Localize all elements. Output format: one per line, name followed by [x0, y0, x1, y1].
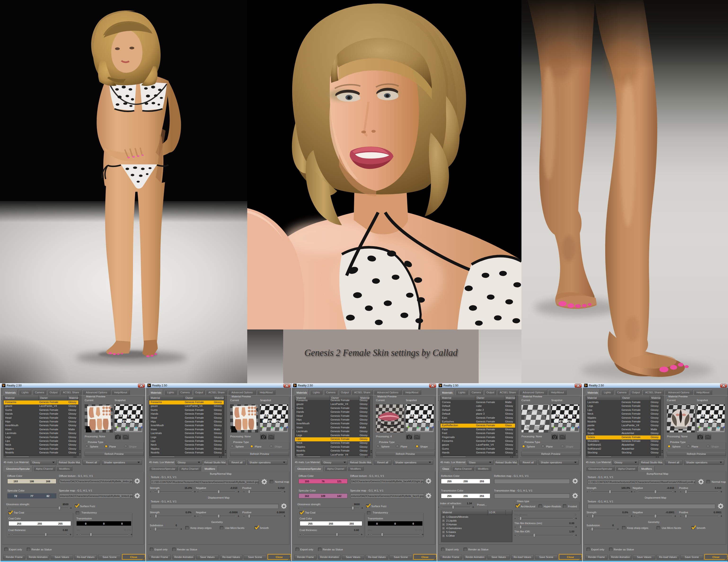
svg-text:Preview: Preview [262, 419, 281, 424]
svg-text:Preview: Preview [408, 419, 427, 424]
svg-text:Material: Material [699, 413, 721, 418]
svg-text:Preview: Preview [554, 419, 573, 424]
svg-text:Preview: Preview [699, 419, 718, 424]
svg-text:Material: Material [262, 413, 284, 418]
svg-text:Material: Material [408, 413, 430, 418]
svg-text:Material: Material [117, 413, 138, 418]
svg-text:Preview: Preview [117, 419, 136, 424]
svg-text:Material: Material [554, 413, 575, 418]
